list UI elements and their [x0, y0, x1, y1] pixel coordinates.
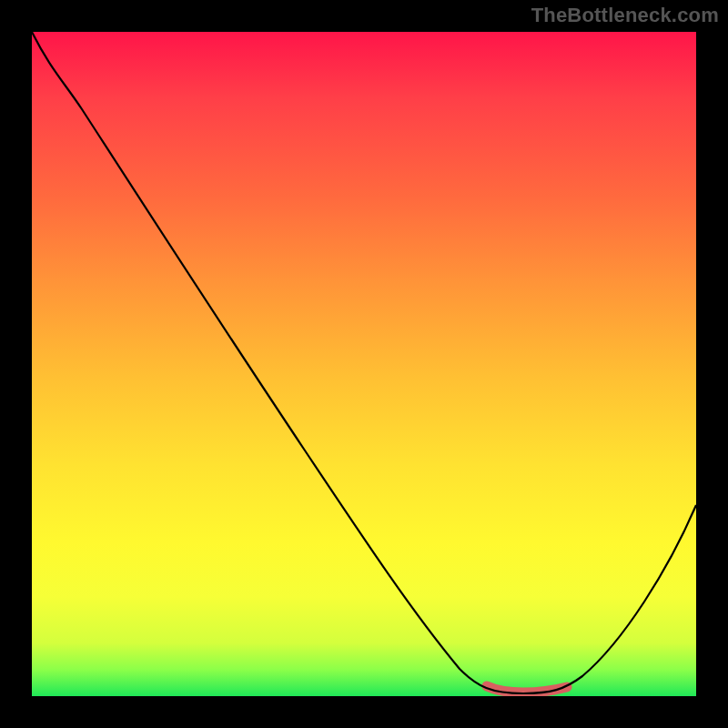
watermark-label: TheBottleneck.com	[531, 4, 719, 27]
chart-container: TheBottleneck.com	[0, 0, 728, 728]
curve-svg	[32, 32, 696, 696]
plot-area	[32, 32, 696, 696]
bottleneck-curve	[32, 32, 696, 693]
